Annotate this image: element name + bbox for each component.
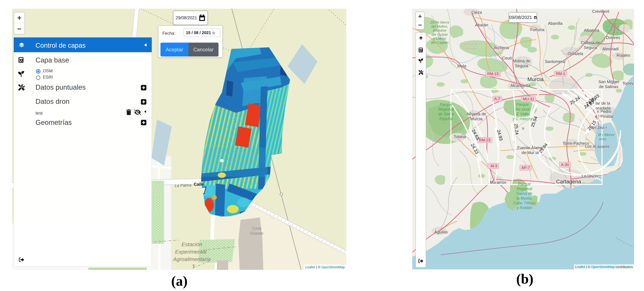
svg-text:Agroalimentaria: Agroalimentaria	[173, 256, 210, 262]
svg-text:Experimental: Experimental	[175, 249, 207, 255]
svg-text:Casa: Casa	[252, 226, 262, 230]
svg-text:Calle: Calle	[194, 182, 204, 187]
svg-text:Grande: Grande	[250, 231, 263, 236]
svg-text:T: T	[192, 264, 196, 270]
svg-text:La Palma: La Palma	[175, 183, 192, 188]
svg-text:Estación: Estación	[182, 241, 202, 247]
